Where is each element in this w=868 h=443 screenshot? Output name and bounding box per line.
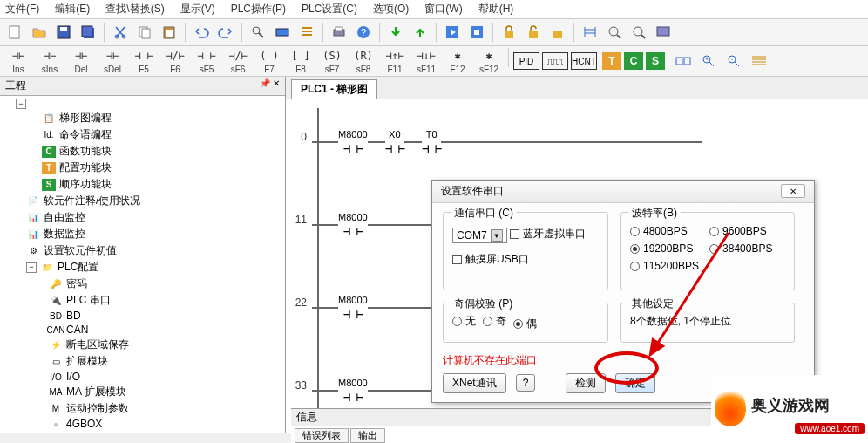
lines-icon[interactable] [748,50,770,72]
ladder-contact[interactable]: M8000⊣ ⊢ [338,378,368,404]
ladder-btn-F5[interactable]: ⊣ ⊢F5 [129,48,159,74]
ladder-btn-F7[interactable]: ( )F7 [254,48,284,74]
tree-item[interactable]: T配置功能块 [42,160,285,176]
menu-view[interactable]: 显示(V) [180,2,215,17]
tree-item[interactable]: 📊数据监控 [26,226,285,242]
pid-btn[interactable]: HCNT [571,52,597,70]
zoom-minus-icon[interactable]: - [722,50,745,72]
tree-item[interactable]: BDBD [49,309,285,323]
tree-item[interactable]: ▫4GBOX [49,417,285,431]
find-icon[interactable] [247,21,269,44]
com-port-combo[interactable]: COM7▼ [452,228,507,243]
info-tab-errors[interactable]: 错误列表 [295,428,349,443]
collapse-icon[interactable]: − [26,262,37,273]
tree-item[interactable]: M运动控制参数 [49,400,285,417]
unlock-icon[interactable] [522,21,545,44]
lock2-icon[interactable] [546,21,569,44]
tree-item[interactable]: 🔑密码 [49,276,285,292]
tree-item[interactable]: C函数功能块 [42,143,285,160]
ladder-btn-sIns[interactable]: ⊣⊢sIns [35,48,64,74]
ladder-contact[interactable]: X0⊣ ⊢ [385,129,404,155]
baud-radio[interactable]: 19200BPS [630,242,699,255]
usb-checkbox[interactable]: 触摸屏USB口 [452,252,529,267]
menu-search[interactable]: 查找\替换(S) [105,2,164,17]
parity-radio[interactable]: 偶 [513,317,537,331]
tree-item[interactable]: Id.命令语编程 [42,126,285,143]
link-icon[interactable] [672,50,695,72]
menu-plc-set[interactable]: PLC设置(C) [302,2,357,17]
pin-icon[interactable]: 📌 ✕ [260,78,280,93]
baud-radio[interactable]: 38400BPS [709,242,778,255]
color-btn[interactable]: T [602,52,621,70]
copy-icon[interactable] [133,21,156,44]
list-icon[interactable] [295,21,318,44]
tree-item[interactable]: CANCAN [49,323,285,337]
menu-file[interactable]: 文件(F) [5,2,39,17]
parity-radio[interactable]: 无 [452,314,476,329]
tree-item[interactable]: 🔌PLC 串口 [49,292,285,309]
pid-btn[interactable]: ⎍⎍⎍ [542,52,568,70]
ladder-btn-F12[interactable]: ✱F12 [443,48,472,74]
print-icon[interactable] [328,21,350,44]
ladder-contact[interactable]: M8000⊣ ⊢ [338,129,368,155]
redo-icon[interactable] [214,21,237,44]
save-icon[interactable] [52,21,75,44]
new-icon[interactable] [3,21,26,44]
open-icon[interactable] [28,21,51,44]
tree-item[interactable]: 📄软元件注释/使用状况 [26,193,285,209]
tree-item[interactable]: PLC配置 [58,260,98,275]
tree-item[interactable]: 📋梯形图编程 [42,110,285,126]
menu-options[interactable]: 选项(O) [373,2,409,17]
ladder-btn-Del[interactable]: ⊣⊢Del [66,48,96,74]
project-tree[interactable]: − 📋梯形图编程Id.命令语编程C函数功能块T配置功能块S顺序功能块 📄软元件注… [0,96,285,433]
ladder-contact[interactable]: T0⊣ ⊢ [422,129,441,155]
menu-window[interactable]: 窗口(W) [424,2,462,17]
ladder-contact[interactable]: M8000⊣ ⊢ [338,295,368,321]
baud-radio[interactable]: 115200BPS [630,260,699,272]
editor-tab[interactable]: PLC1 - 梯形图 [291,79,377,99]
ladder-btn-F6[interactable]: ⊣/⊢F6 [160,48,190,74]
monitor-icon[interactable] [652,21,675,44]
pid-btn[interactable]: PID [513,52,539,70]
tree-item[interactable]: ▭扩展模块 [49,353,285,370]
ladder-btn-F8[interactable]: [ ]F8 [286,48,315,74]
ladder-btn-sF7[interactable]: (S)sF7 [317,48,347,74]
ladder-btn-sF11[interactable]: ⊣↓⊢sF11 [411,48,441,74]
ladder-btn-F11[interactable]: ⊣↑⊢F11 [380,48,410,74]
info-tab-output[interactable]: 输出 [350,428,385,443]
upload-icon[interactable] [409,21,431,44]
ladder-btn-sF8[interactable]: (R)sF8 [349,48,378,74]
ladder-btn-sDel[interactable]: ⊣⊢sDel [98,48,127,74]
tree-item[interactable]: ⚡断电区域保存 [49,337,285,353]
help-icon[interactable]: ? [352,21,375,44]
ladder-contact[interactable]: M8000⊣ ⊢ [338,212,368,238]
zoom-in-icon[interactable] [603,21,626,44]
menu-help[interactable]: 帮助(H) [478,2,514,17]
ladder-btn-sF6[interactable]: ⊣/⊢sF6 [223,48,253,74]
tree-item[interactable]: 📊自由监控 [26,209,285,226]
collapse-icon[interactable]: − [16,99,26,109]
lock-icon[interactable] [498,21,520,44]
tree-item[interactable]: ⚙设置软元件初值 [26,242,285,259]
ladder-btn-sF5[interactable]: ⊣ ⊢sF5 [192,48,221,74]
tree-item[interactable]: I/OI/O [49,370,285,384]
zoom-plus-icon[interactable]: + [697,50,720,72]
menu-plc-op[interactable]: PLC操作(P) [231,2,286,17]
run-icon[interactable] [441,21,464,44]
paste-icon[interactable] [158,21,180,44]
tree-item[interactable]: S顺序功能块 [42,176,285,193]
cut-icon[interactable] [109,21,132,44]
baud-radio[interactable]: 9600BPS [709,225,778,237]
ladder-view-icon[interactable] [579,21,601,44]
download-icon[interactable] [384,21,407,44]
zoom-out-icon[interactable] [627,21,650,44]
close-icon[interactable]: ✕ [781,184,805,198]
undo-icon[interactable] [190,21,213,44]
config-icon[interactable] [271,21,294,44]
baud-radio[interactable]: 4800BPS [630,225,699,237]
tree-item[interactable]: ▫WBOX [49,431,285,433]
help-button[interactable]: ? [516,374,535,392]
ladder-btn-sF12[interactable]: ✱sF12 [474,48,504,74]
tree-item[interactable]: MAMA 扩展模块 [49,384,285,400]
color-btn[interactable]: S [646,52,665,70]
